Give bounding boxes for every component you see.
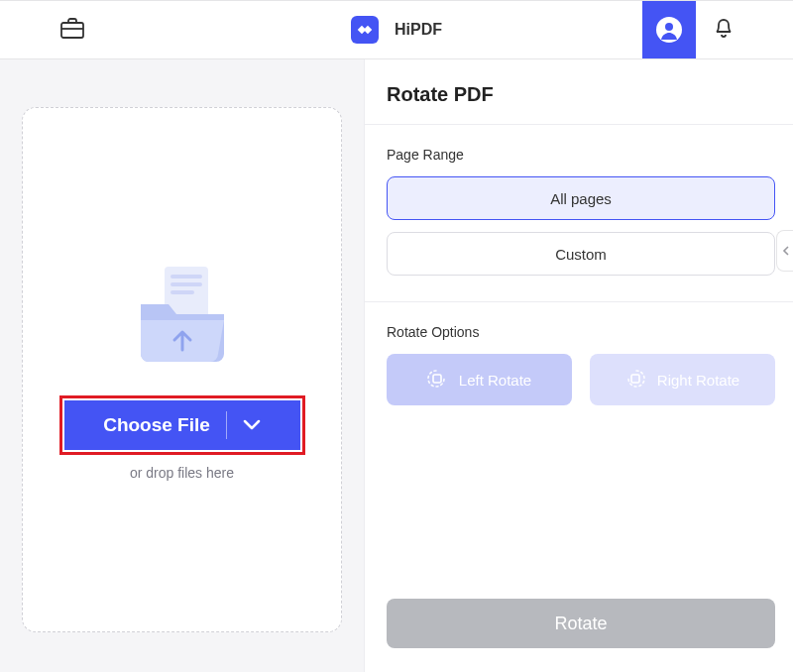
brand-logo-icon bbox=[351, 16, 379, 44]
rotate-left-icon bbox=[427, 369, 447, 392]
choose-file-button[interactable]: Choose File bbox=[64, 400, 300, 450]
svg-rect-7 bbox=[170, 282, 202, 286]
account-button[interactable] bbox=[642, 1, 696, 58]
svg-rect-9 bbox=[433, 375, 441, 383]
brand[interactable]: HiPDF bbox=[351, 16, 442, 44]
svg-rect-6 bbox=[170, 275, 202, 279]
page-range-label: Page Range bbox=[387, 147, 775, 163]
rotate-right-button[interactable]: Right Rotate bbox=[590, 354, 775, 405]
rotate-left-button[interactable]: Left Rotate bbox=[387, 354, 572, 405]
drop-hint: or drop files here bbox=[130, 465, 234, 481]
app-header: HiPDF bbox=[0, 0, 793, 59]
settings-panel: Rotate PDF Page Range All pages Custom R… bbox=[364, 59, 793, 672]
page-range-all[interactable]: All pages bbox=[387, 176, 775, 220]
svg-rect-8 bbox=[170, 290, 194, 294]
rotate-right-icon bbox=[625, 369, 645, 392]
briefcase-icon[interactable] bbox=[59, 16, 85, 44]
svg-point-4 bbox=[665, 23, 673, 31]
rotate-action-button[interactable]: Rotate bbox=[387, 599, 775, 648]
dropzone[interactable]: Choose File or drop files here bbox=[22, 107, 342, 632]
upload-folder-icon bbox=[133, 265, 232, 368]
chevron-down-icon[interactable] bbox=[243, 416, 261, 434]
choose-file-label: Choose File bbox=[103, 414, 210, 436]
side-collapse-tab[interactable] bbox=[776, 230, 793, 272]
svg-rect-10 bbox=[631, 375, 639, 383]
bell-icon[interactable] bbox=[714, 17, 734, 43]
page-title: Rotate PDF bbox=[387, 83, 775, 106]
svg-rect-0 bbox=[61, 23, 83, 38]
page-range-custom[interactable]: Custom bbox=[387, 232, 775, 276]
choose-file-highlight: Choose File bbox=[59, 395, 305, 455]
chevron-left-icon bbox=[782, 245, 790, 257]
svg-rect-2 bbox=[364, 26, 372, 34]
user-icon bbox=[655, 16, 683, 44]
brand-name: HiPDF bbox=[395, 21, 442, 39]
upload-panel: Choose File or drop files here bbox=[0, 59, 364, 672]
rotate-options-label: Rotate Options bbox=[387, 324, 775, 340]
